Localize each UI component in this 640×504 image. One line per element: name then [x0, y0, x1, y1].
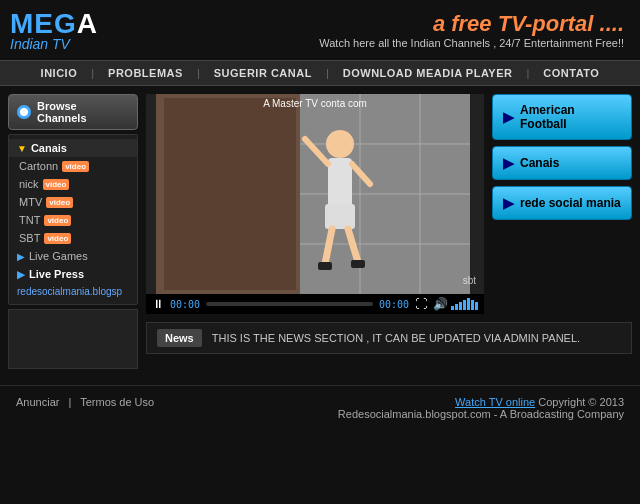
- live-games-label: Live Games: [29, 250, 88, 262]
- svg-rect-2: [160, 94, 300, 294]
- logo-area: MEGA Indian TV: [10, 8, 98, 52]
- sidebar-item-live-press[interactable]: ▶ Live Press: [9, 265, 137, 283]
- vol-bar-1: [451, 306, 454, 310]
- svg-rect-17: [318, 262, 332, 270]
- video-section: A Master TV conta com: [146, 94, 632, 369]
- sbt-video-badge: video: [44, 233, 71, 244]
- nick-video-badge: video: [43, 179, 70, 190]
- header: MEGA Indian TV a free TV-portal .... Wat…: [0, 0, 640, 60]
- vol-bar-3: [459, 302, 462, 310]
- tagline-area: a free TV-portal .... Watch here all the…: [319, 11, 624, 49]
- tagline-main: a free TV-portal ....: [319, 11, 624, 37]
- sbt-watermark: sbt: [463, 275, 476, 286]
- video-container[interactable]: A Master TV conta com: [146, 94, 484, 314]
- logo-mega-text: MEGA: [10, 8, 98, 39]
- sidebar-item-live-games[interactable]: ▶ Live Games: [9, 247, 137, 265]
- browse-channels-label: Browse Channels: [37, 100, 129, 124]
- news-bar: News THIS IS THE NEWS SECTION , IT CAN B…: [146, 322, 632, 354]
- tnt-video-badge: video: [44, 215, 71, 226]
- nick-label: nick: [19, 178, 39, 190]
- sidebar: Browse Channels ▼ Canais Cartonn video n…: [8, 94, 138, 369]
- tnt-label: TNT: [19, 214, 40, 226]
- nav-inicio[interactable]: INICIO: [27, 67, 92, 79]
- tagline-sub: Watch here all the Indian Channels , 24/…: [319, 37, 624, 49]
- vol-bar-4: [463, 300, 466, 310]
- play-pause-button[interactable]: ⏸: [152, 297, 164, 311]
- live-press-arrow-icon: ▶: [17, 269, 25, 280]
- channel-buttons: ▶ American Football ▶ Canais ▶ rede soci…: [492, 94, 632, 314]
- volume-control[interactable]: 🔊: [433, 297, 478, 311]
- cartonn-label: Cartonn: [19, 160, 58, 172]
- volume-icon: 🔊: [433, 297, 448, 311]
- redesocial-label: redesocialmania.blogsp: [17, 286, 122, 297]
- svg-rect-14: [325, 204, 355, 229]
- vol-bar-5: [467, 298, 470, 310]
- channel-button-american-football[interactable]: ▶ American Football: [492, 94, 632, 140]
- svg-point-0: [20, 108, 28, 116]
- news-text: THIS IS THE NEWS SECTION , IT CAN BE UPD…: [212, 332, 580, 344]
- channel-label-rede-social: rede social mania: [520, 196, 621, 210]
- footer-right: Watch TV online Copyright © 2013 Redesoc…: [338, 396, 624, 420]
- channel-label-canais: Canais: [520, 156, 559, 170]
- sidebar-item-tnt[interactable]: TNT video: [9, 211, 137, 229]
- video-label: A Master TV conta com: [263, 98, 367, 109]
- time-current: 00:00: [170, 299, 200, 310]
- nav-sugerir[interactable]: Sugerir Canal: [200, 67, 326, 79]
- live-games-arrow-icon: ▶: [17, 251, 25, 262]
- sidebar-panel: ▼ Canais Cartonn video nick video MTV vi…: [8, 134, 138, 305]
- vol-bar-7: [475, 302, 478, 310]
- svg-rect-18: [351, 260, 365, 268]
- sidebar-item-sbt[interactable]: SBT video: [9, 229, 137, 247]
- play-arrow-icon-1: ▶: [503, 109, 514, 125]
- sidebar-item-mtv[interactable]: MTV video: [9, 193, 137, 211]
- nav-contato[interactable]: CONTATO: [529, 67, 613, 79]
- nav-bar: INICIO | PROBLEMAS | Sugerir Canal | DOW…: [0, 60, 640, 86]
- watch-tv-online-link[interactable]: Watch TV online: [455, 396, 535, 408]
- nav-download[interactable]: DOWNLOAD MEADIA PLAYER: [329, 67, 527, 79]
- fullscreen-button[interactable]: ⛶: [415, 297, 427, 311]
- time-total: 00:00: [379, 299, 409, 310]
- svg-point-10: [326, 130, 354, 158]
- channel-button-rede-social[interactable]: ▶ rede social mania: [492, 186, 632, 220]
- play-arrow-icon-3: ▶: [503, 195, 514, 211]
- sidebar-item-redesocial[interactable]: redesocialmania.blogsp: [9, 283, 137, 300]
- canais-section-header[interactable]: ▼ Canais: [9, 139, 137, 157]
- sidebar-item-nick[interactable]: nick video: [9, 175, 137, 193]
- canais-label: Canais: [31, 142, 67, 154]
- sbt-label: SBT: [19, 232, 40, 244]
- live-press-label: Live Press: [29, 268, 84, 280]
- video-top: A Master TV conta com: [146, 94, 632, 314]
- news-label: News: [157, 329, 202, 347]
- video-thumbnail: sbt: [146, 94, 484, 294]
- sidebar-ad-area: [8, 309, 138, 369]
- nav-problemas[interactable]: PROBLEMAS: [94, 67, 197, 79]
- play-arrow-icon-2: ▶: [503, 155, 514, 171]
- copyright-text: Copyright © 2013: [538, 396, 624, 408]
- cartonn-video-badge: video: [62, 161, 89, 172]
- mtv-video-badge: video: [46, 197, 73, 208]
- anunciar-link[interactable]: Anunciar: [16, 396, 59, 408]
- footer-left: Anunciar | Termos de Uso: [16, 396, 154, 408]
- main-content: Browse Channels ▼ Canais Cartonn video n…: [0, 86, 640, 377]
- channel-label-american-football: American Football: [520, 103, 621, 131]
- footer-sep: |: [68, 396, 71, 408]
- video-controls[interactable]: ⏸ 00:00 00:00 ⛶ 🔊: [146, 294, 484, 314]
- company-text: Redesocialmania.blogspot.com - A Broadca…: [338, 408, 624, 420]
- logo-indian: Indian TV: [10, 36, 98, 52]
- canais-arrow-icon: ▼: [17, 143, 27, 154]
- browse-channels-button[interactable]: Browse Channels: [8, 94, 138, 130]
- vol-bar-2: [455, 304, 458, 310]
- vol-bar-6: [471, 300, 474, 310]
- footer: Anunciar | Termos de Uso Watch TV online…: [0, 385, 640, 430]
- mtv-label: MTV: [19, 196, 42, 208]
- progress-bar[interactable]: [206, 302, 373, 306]
- svg-rect-11: [328, 158, 352, 208]
- sidebar-item-cartonn[interactable]: Cartonn video: [9, 157, 137, 175]
- channel-button-canais[interactable]: ▶ Canais: [492, 146, 632, 180]
- browse-icon: [17, 105, 31, 119]
- termos-link[interactable]: Termos de Uso: [80, 396, 154, 408]
- volume-bar[interactable]: [451, 298, 478, 310]
